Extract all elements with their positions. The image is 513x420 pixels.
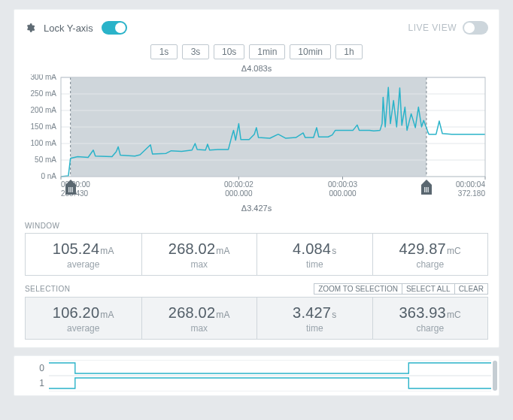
digital-plot[interactable]	[49, 360, 491, 376]
stat-charge: 429.87mCcharge	[372, 234, 488, 275]
svg-rect-32	[70, 187, 71, 192]
window-stats-grid: 105.24mAaverage268.02mAmax4.084stime429.…	[25, 233, 488, 276]
selection-action-zoom-to-selection[interactable]: ZOOM TO SELECTION	[314, 283, 402, 295]
stat-average: 106.20mAaverage	[26, 298, 141, 339]
svg-text:100 mA: 100 mA	[31, 139, 57, 147]
svg-text:50 mA: 50 mA	[35, 156, 56, 164]
selection-actions: ZOOM TO SELECTIONSELECT ALLCLEAR	[314, 283, 488, 295]
svg-text:000.000: 000.000	[225, 189, 253, 198]
live-view-label: LIVE VIEW	[408, 23, 457, 33]
digital-panel: 01	[14, 355, 499, 396]
top-bar: Lock Y-axis LIVE VIEW	[25, 19, 488, 37]
time-range-button-3s[interactable]: 3s	[182, 44, 209, 59]
lock-yaxis-switch[interactable]	[102, 21, 127, 35]
digital-row-0: 0	[22, 361, 491, 376]
digital-label: 1	[22, 378, 49, 388]
lock-yaxis-label: Lock Y-axis	[44, 23, 93, 34]
digital-row-1: 1	[22, 376, 491, 391]
stat-time: 3.427stime	[256, 298, 372, 339]
selection-stats-grid: 106.20mAaverage268.02mAmax3.427stime363.…	[25, 297, 488, 340]
svg-rect-35	[426, 187, 426, 192]
svg-text:200 mA: 200 mA	[31, 106, 57, 114]
delta-selection-label: Δ3.427s	[25, 204, 488, 213]
live-view-switch[interactable]	[463, 21, 488, 35]
svg-text:250 mA: 250 mA	[31, 89, 57, 98]
time-range-button-1min[interactable]: 1min	[249, 44, 285, 59]
svg-text:00:00:04: 00:00:04	[456, 180, 485, 189]
digital-plot[interactable]	[49, 375, 491, 391]
svg-text:000.000: 000.000	[329, 189, 357, 198]
power-profiler-panel: Lock Y-axis LIVE VIEW 1s3s10s1min10min1h…	[14, 9, 499, 348]
delta-window-label: Δ4.083s	[25, 64, 488, 73]
digital-scrollbar[interactable]	[493, 361, 497, 391]
stat-average: 105.24mAaverage	[26, 234, 141, 275]
svg-rect-34	[424, 187, 425, 192]
selection-action-clear[interactable]: CLEAR	[455, 283, 488, 295]
digital-label: 0	[22, 363, 49, 373]
svg-text:00:00:03: 00:00:03	[328, 180, 357, 189]
svg-rect-33	[71, 187, 72, 192]
svg-text:00:00:02: 00:00:02	[224, 180, 253, 189]
svg-rect-31	[68, 187, 69, 192]
window-section-label: WINDOW	[25, 222, 488, 230]
gear-icon[interactable]	[25, 23, 35, 33]
time-range-button-10min[interactable]: 10min	[290, 44, 331, 59]
current-chart[interactable]: 0 nA50 mA100 mA150 mA200 mA250 mA300 mA0…	[25, 74, 488, 202]
selection-section-label: SELECTION	[25, 285, 70, 293]
svg-rect-36	[428, 187, 429, 192]
stat-charge: 363.93mCcharge	[372, 298, 488, 339]
time-range-button-1s[interactable]: 1s	[150, 44, 178, 59]
time-range-buttons: 1s3s10s1min10min1h	[25, 44, 488, 59]
selection-action-select-all[interactable]: SELECT ALL	[402, 283, 455, 295]
time-range-button-1h[interactable]: 1h	[335, 44, 363, 59]
svg-text:150 mA: 150 mA	[31, 122, 57, 131]
time-range-button-10s[interactable]: 10s	[214, 44, 244, 59]
stat-max: 268.02mAmax	[141, 298, 257, 339]
chart-area: Δ4.083s 0 nA50 mA100 mA150 mA200 mA250 m…	[25, 64, 488, 213]
stat-time: 4.084stime	[256, 234, 372, 275]
svg-text:0 nA: 0 nA	[41, 172, 56, 180]
svg-text:372.180: 372.180	[458, 189, 486, 198]
stat-max: 268.02mAmax	[141, 234, 257, 275]
svg-text:300 mA: 300 mA	[31, 74, 57, 81]
